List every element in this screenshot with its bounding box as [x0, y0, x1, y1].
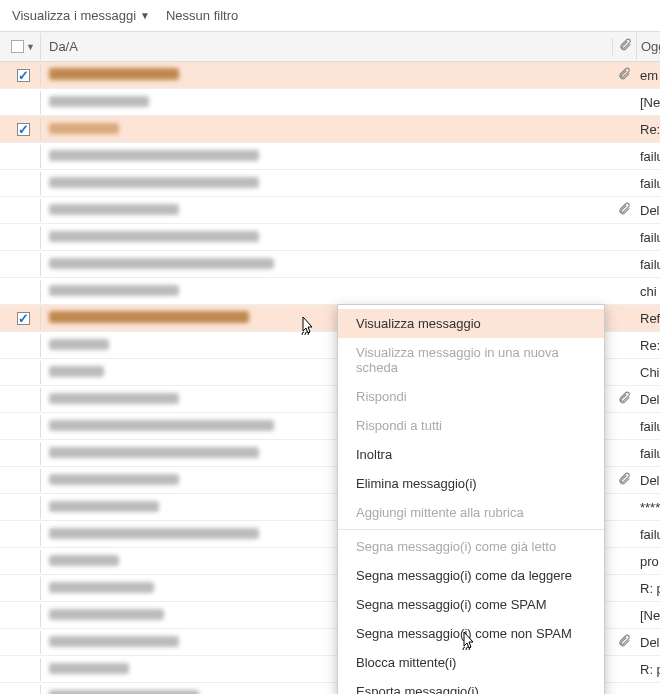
- row-from-cell[interactable]: [40, 91, 612, 114]
- table-row[interactable]: chi: [0, 278, 660, 305]
- menu-item[interactable]: Segna messaggio(i) come non SPAM: [338, 619, 604, 648]
- row-checkbox-cell[interactable]: ✓: [0, 123, 40, 136]
- row-subject-cell[interactable]: failu: [636, 523, 660, 546]
- table-row[interactable]: failu: [0, 251, 660, 278]
- row-from-cell[interactable]: [40, 118, 612, 141]
- row-subject-cell[interactable]: chi: [636, 280, 660, 303]
- table-row[interactable]: failu: [0, 170, 660, 197]
- paperclip-icon: [618, 38, 632, 55]
- blurred-text: [49, 68, 179, 80]
- toolbar: Visualizza i messaggi ▼ Nessun filtro: [0, 0, 660, 32]
- paperclip-icon: [617, 634, 631, 651]
- menu-item[interactable]: Blocca mittente(i): [338, 648, 604, 677]
- blurred-text: [49, 501, 159, 512]
- view-messages-dropdown[interactable]: Visualizza i messaggi ▼: [12, 8, 150, 23]
- row-subject-cell[interactable]: pro: [636, 550, 660, 573]
- blurred-text: [49, 258, 274, 269]
- row-from-cell[interactable]: [40, 253, 612, 276]
- row-subject-cell[interactable]: Del: [636, 388, 660, 411]
- blurred-text: [49, 474, 179, 485]
- menu-item: Rispondi a tutti: [338, 411, 604, 440]
- row-from-cell[interactable]: [40, 199, 612, 222]
- row-subject-cell[interactable]: failu: [636, 172, 660, 195]
- row-subject-cell[interactable]: [Ne: [636, 91, 660, 114]
- menu-separator: [338, 529, 604, 530]
- blurred-text: [49, 150, 259, 161]
- menu-item[interactable]: Esporta messaggio(i): [338, 677, 604, 694]
- table-row[interactable]: [Ne: [0, 89, 660, 116]
- row-subject-cell[interactable]: R: p: [636, 577, 660, 600]
- row-subject-cell[interactable]: [Ne: [636, 604, 660, 627]
- menu-item: Rispondi: [338, 382, 604, 411]
- row-subject-cell[interactable]: ****: [636, 496, 660, 519]
- blurred-text: [49, 636, 179, 647]
- menu-item: Aggiungi mittente alla rubrica: [338, 498, 604, 527]
- select-all-checkbox[interactable]: [11, 40, 24, 53]
- menu-item[interactable]: Segna messaggio(i) come da leggere: [338, 561, 604, 590]
- row-subject-cell[interactable]: failu: [636, 442, 660, 465]
- row-subject-cell[interactable]: R: p: [636, 658, 660, 681]
- row-subject-cell[interactable]: Del: [636, 631, 660, 654]
- blurred-text: [49, 690, 199, 695]
- paperclip-icon: [617, 472, 631, 489]
- table-row[interactable]: ✓em: [0, 62, 660, 89]
- blurred-text: [49, 528, 259, 539]
- row-subject-cell[interactable]: failu: [636, 415, 660, 438]
- row-subject-cell[interactable]: Del: [636, 469, 660, 492]
- blurred-text: [49, 609, 164, 620]
- table-row[interactable]: ✓Re:: [0, 116, 660, 143]
- row-from-cell[interactable]: [40, 172, 612, 195]
- blurred-text: [49, 285, 179, 296]
- table-row[interactable]: failu: [0, 143, 660, 170]
- blurred-text: [49, 393, 179, 404]
- blurred-text: [49, 311, 249, 323]
- row-attachment-cell: [612, 472, 636, 489]
- blurred-text: [49, 231, 259, 242]
- row-checkbox-cell[interactable]: ✓: [0, 69, 40, 82]
- row-subject-cell[interactable]: failu: [636, 253, 660, 276]
- row-from-cell[interactable]: [40, 145, 612, 168]
- row-subject-cell[interactable]: Del: [636, 199, 660, 222]
- menu-item: Visualizza messaggio in una nuova scheda: [338, 338, 604, 382]
- blurred-text: [49, 204, 179, 215]
- blurred-text: [49, 447, 259, 458]
- select-all-column[interactable]: ▼: [0, 40, 40, 53]
- row-subject-cell[interactable]: Chi: [636, 361, 660, 384]
- chevron-down-icon[interactable]: ▼: [26, 42, 35, 52]
- row-subject-cell[interactable]: Re:: [636, 334, 660, 357]
- row-attachment-cell: [612, 391, 636, 408]
- column-header-attachment[interactable]: [612, 38, 636, 55]
- row-checkbox[interactable]: ✓: [17, 123, 30, 136]
- table-row[interactable]: failu: [0, 224, 660, 251]
- blurred-text: [49, 663, 129, 674]
- row-from-cell[interactable]: [40, 226, 612, 249]
- row-checkbox[interactable]: ✓: [17, 69, 30, 82]
- row-subject-cell[interactable]: Re:: [636, 118, 660, 141]
- blurred-text: [49, 582, 154, 593]
- menu-item[interactable]: Segna messaggio(i) come SPAM: [338, 590, 604, 619]
- chevron-down-icon: ▼: [140, 10, 150, 21]
- paperclip-icon: [617, 202, 631, 219]
- view-messages-label: Visualizza i messaggi: [12, 8, 136, 23]
- row-subject-cell[interactable]: failu: [636, 145, 660, 168]
- menu-item[interactable]: Elimina messaggio(i): [338, 469, 604, 498]
- menu-item[interactable]: Inoltra: [338, 440, 604, 469]
- row-attachment-cell: [612, 202, 636, 219]
- row-subject-cell[interactable]: Ref: [636, 307, 660, 330]
- paperclip-icon: [617, 67, 631, 84]
- row-from-cell[interactable]: [40, 280, 612, 303]
- row-checkbox-cell[interactable]: ✓: [0, 312, 40, 325]
- menu-item[interactable]: Visualizza messaggio: [338, 309, 604, 338]
- blurred-text: [49, 123, 119, 134]
- filter-label[interactable]: Nessun filtro: [166, 8, 238, 23]
- row-subject-cell[interactable]: failu: [636, 226, 660, 249]
- column-header-subject[interactable]: Oggetto: [636, 33, 660, 60]
- row-checkbox[interactable]: ✓: [17, 312, 30, 325]
- row-from-cell[interactable]: [40, 64, 612, 87]
- row-attachment-cell: [612, 634, 636, 651]
- row-subject-cell[interactable]: em: [636, 64, 660, 87]
- blurred-text: [49, 366, 104, 377]
- column-header-from[interactable]: Da/A: [40, 33, 612, 60]
- table-row[interactable]: Del: [0, 197, 660, 224]
- blurred-text: [49, 177, 259, 188]
